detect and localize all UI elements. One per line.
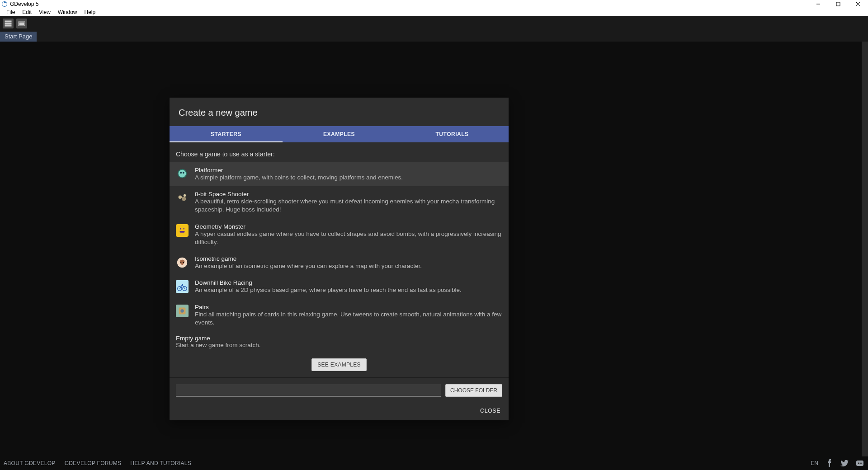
starter-title: 8-bit Space Shooter xyxy=(195,191,502,197)
starter-title: Isometric game xyxy=(195,255,422,262)
svg-point-24 xyxy=(180,309,184,312)
starter-platformer[interactable]: Platformer A simple platform game, with … xyxy=(170,162,509,186)
space-shooter-icon xyxy=(176,192,189,204)
facebook-icon[interactable] xyxy=(825,459,834,468)
project-folder-input[interactable] xyxy=(176,384,441,397)
svg-rect-1 xyxy=(836,2,840,6)
svg-point-16 xyxy=(180,228,181,230)
starter-desc: A simple platform game, with coins to co… xyxy=(195,174,403,182)
forums-link[interactable]: GDEVELOP FORUMS xyxy=(65,460,122,466)
app-icon xyxy=(2,1,7,7)
starter-isometric[interactable]: Isometric game An example of an isometri… xyxy=(170,251,509,275)
svg-rect-5 xyxy=(5,23,11,24)
starter-empty[interactable]: Empty game Start a new game from scratch… xyxy=(170,331,509,355)
toolbar xyxy=(0,16,868,31)
starter-pairs[interactable]: Pairs Find all matching pairs of cards i… xyxy=(170,299,509,331)
starter-bike-racing[interactable]: Downhill Bike Racing An example of a 2D … xyxy=(170,275,509,299)
starter-list: Platformer A simple platform game, with … xyxy=(170,162,509,331)
language-label: EN xyxy=(811,460,818,466)
svg-point-9 xyxy=(178,169,187,178)
starter-title: Platformer xyxy=(195,167,403,174)
starter-title: Pairs xyxy=(195,304,502,310)
folder-row: CHOOSE FOLDER xyxy=(170,378,509,403)
titlebar: GDevelop 5 xyxy=(0,0,868,8)
starter-title: Downhill Bike Racing xyxy=(195,279,462,286)
svg-point-11 xyxy=(183,172,184,174)
svg-point-13 xyxy=(182,197,186,201)
svg-rect-8 xyxy=(19,23,24,25)
svg-point-12 xyxy=(179,196,182,199)
bike-icon xyxy=(176,280,189,293)
window-controls xyxy=(808,0,868,8)
menu-edit[interactable]: Edit xyxy=(19,9,35,15)
menu-view[interactable]: View xyxy=(35,9,54,15)
svg-rect-6 xyxy=(5,25,11,26)
tab-examples[interactable]: EXAMPLES xyxy=(283,126,396,142)
pairs-icon xyxy=(176,305,189,317)
svg-rect-15 xyxy=(179,231,184,233)
workspace: Create a new game STARTERS EXAMPLES TUTO… xyxy=(0,42,868,456)
starter-desc: Start a new game from scratch. xyxy=(176,342,502,348)
svg-point-19 xyxy=(180,262,181,263)
tab-start-page[interactable]: Start Page xyxy=(0,32,37,42)
twitter-icon[interactable] xyxy=(840,459,849,468)
starter-desc: A beautiful, retro side-scrolling shoote… xyxy=(195,197,502,214)
svg-rect-4 xyxy=(5,21,11,22)
platformer-icon xyxy=(176,168,189,180)
menu-help[interactable]: Help xyxy=(81,9,99,15)
svg-point-29 xyxy=(858,463,859,464)
svg-point-17 xyxy=(183,228,184,230)
dialog-body: Choose a game to use as a starter: Platf… xyxy=(170,142,509,420)
svg-point-20 xyxy=(183,262,184,263)
close-window-button[interactable] xyxy=(848,0,868,8)
maximize-button[interactable] xyxy=(828,0,848,8)
dialog-actions: CLOSE xyxy=(170,403,509,420)
see-examples-row: SEE EXAMPLES xyxy=(170,355,509,378)
svg-point-14 xyxy=(184,194,186,197)
project-manager-button[interactable] xyxy=(3,19,14,28)
about-link[interactable]: ABOUT GDEVELOP xyxy=(4,460,56,466)
starter-title: Geometry Monster xyxy=(195,223,502,230)
create-game-dialog: Create a new game STARTERS EXAMPLES TUTO… xyxy=(170,98,509,420)
menu-file[interactable]: File xyxy=(3,9,19,15)
starter-desc: An example of a 2D physics based game, w… xyxy=(195,286,462,294)
svg-rect-28 xyxy=(856,461,863,466)
starter-desc: An example of an isometric game where yo… xyxy=(195,262,422,270)
language-selector[interactable]: EN xyxy=(808,460,818,466)
help-link[interactable]: HELP AND TUTORIALS xyxy=(130,460,191,466)
see-examples-button[interactable]: SEE EXAMPLES xyxy=(311,358,367,371)
starter-geometry-monster[interactable]: Geometry Monster A hyper casual endless … xyxy=(170,219,509,251)
discord-icon[interactable] xyxy=(855,459,864,468)
starter-desc: Find all matching pairs of cards in this… xyxy=(195,310,502,327)
tab-tutorials[interactable]: TUTORIALS xyxy=(396,126,509,142)
svg-point-10 xyxy=(180,172,182,174)
isometric-icon xyxy=(176,256,189,269)
window-title: GDevelop 5 xyxy=(10,1,38,7)
starter-space-shooter[interactable]: 8-bit Space Shooter A beautiful, retro s… xyxy=(170,186,509,218)
choose-folder-button[interactable]: CHOOSE FOLDER xyxy=(445,384,502,397)
starter-desc: A hyper casual endless game where you ha… xyxy=(195,230,502,246)
dialog-title: Create a new game xyxy=(170,98,509,126)
scrollbar[interactable] xyxy=(862,42,868,456)
svg-point-30 xyxy=(860,463,862,464)
tab-starters[interactable]: STARTERS xyxy=(170,126,283,142)
starter-title: Empty game xyxy=(176,335,502,342)
export-button[interactable] xyxy=(16,19,27,28)
menubar: File Edit View Window Help xyxy=(0,8,868,16)
menu-window[interactable]: Window xyxy=(54,9,81,15)
dialog-tabs: STARTERS EXAMPLES TUTORIALS xyxy=(170,126,509,142)
document-tabs: Start Page xyxy=(0,31,868,42)
geometry-monster-icon xyxy=(176,224,189,237)
minimize-button[interactable] xyxy=(808,0,828,8)
close-button[interactable]: CLOSE xyxy=(480,408,500,414)
starter-prompt: Choose a game to use as a starter: xyxy=(170,148,509,162)
footer: ABOUT GDEVELOP GDEVELOP FORUMS HELP AND … xyxy=(0,456,868,470)
